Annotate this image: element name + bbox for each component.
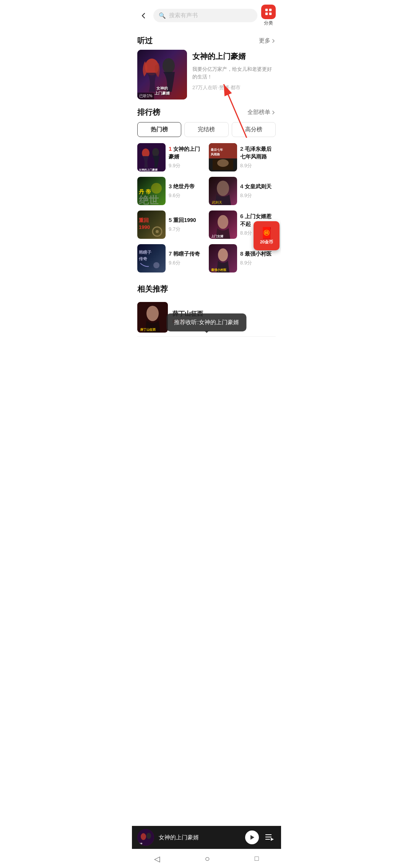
rank-cover-1: 女神的上门豪婿 xyxy=(137,143,166,171)
rankings-section: 排行榜 全部榜单 热门榜 完结榜 高分榜 xyxy=(132,107,281,272)
rank-info-3: 3绝世丹帝 9.6分 xyxy=(169,183,204,199)
svg-rect-8 xyxy=(137,143,166,171)
tab-hot[interactable]: 热门榜 xyxy=(137,122,181,137)
rank-number-3: 3 xyxy=(169,183,172,189)
rank-info-2: 2毛泽东最后七年风雨路 8.9分 xyxy=(240,145,276,169)
svg-point-36 xyxy=(146,306,159,321)
related-header: 相关推荐 xyxy=(137,279,276,298)
rank-item-6[interactable]: 上门女婿 6上门女婿惹不起 8.8分 🧧 20金币 xyxy=(209,210,276,239)
listened-info: 女神的上门豪婿 我要分亿万家产，给女儿和老婆更好的生活！ 27万人在听·赘婿·都… xyxy=(192,50,276,100)
svg-point-32 xyxy=(153,262,159,268)
related-title: 相关推荐 xyxy=(137,284,168,294)
svg-point-27 xyxy=(156,230,159,233)
rank-item-2[interactable]: 最后七年 风雨路 2毛泽东最后七年风雨路 8.9分 xyxy=(209,143,276,171)
rank-grid: 女神的上门豪婿 1女神的上门豪婿 9.9分 最后七年 xyxy=(137,143,276,272)
rank-score-8: 8.9分 xyxy=(240,259,276,266)
rank-score-1: 9.9分 xyxy=(169,162,204,169)
svg-point-17 xyxy=(217,159,229,167)
svg-rect-1 xyxy=(269,9,272,11)
rank-score-7: 9.6分 xyxy=(169,259,204,266)
progress-badge: 已听1% xyxy=(137,93,154,100)
search-placeholder: 搜索有声书 xyxy=(169,12,198,19)
rank-number-6: 6 xyxy=(240,213,243,219)
rank-number-5: 5 xyxy=(169,217,172,223)
tab-complete[interactable]: 完结榜 xyxy=(184,122,228,137)
rankings-title: 排行榜 xyxy=(137,107,160,117)
tooltip-arrow xyxy=(204,331,209,335)
svg-text:绝世: 绝世 xyxy=(138,194,159,205)
rank-cover-7: 韩瞎子 传奇 xyxy=(137,244,166,272)
svg-text:丹: 丹 xyxy=(138,189,145,195)
rank-number-1: 1 xyxy=(169,145,172,152)
tooltip-popup: 推荐收听:女神的上门豪婿 xyxy=(166,313,246,331)
svg-point-22 xyxy=(217,181,229,196)
svg-point-33 xyxy=(218,248,228,261)
rank-score-3: 9.6分 xyxy=(169,192,204,199)
rank-info-8: 8最强小村医 8.9分 xyxy=(240,250,276,266)
rank-info-4: 4女皇武则天 8.9分 xyxy=(240,183,276,199)
book-meta: 27万人在听·赘婿·都市 xyxy=(192,84,276,91)
category-icon xyxy=(261,5,276,19)
category-button[interactable]: 分类 xyxy=(261,5,276,26)
svg-text:最后七年: 最后七年 xyxy=(211,148,223,152)
rank-item-4[interactable]: 武则天 4女皇武则天 8.9分 xyxy=(209,177,276,205)
tab-buttons: 热门榜 完结榜 高分榜 xyxy=(137,122,276,137)
svg-text:最强小村医: 最强小村医 xyxy=(211,268,226,272)
svg-text:武则天: 武则天 xyxy=(212,201,222,204)
top-bar: 🔍 搜索有声书 分类 xyxy=(132,0,281,30)
rank-number-7: 7 xyxy=(169,250,172,257)
listened-section-header: 听过 更多 xyxy=(132,30,281,50)
svg-text:重回: 重回 xyxy=(139,217,149,223)
category-label: 分类 xyxy=(264,20,273,26)
rankings-all-link[interactable]: 全部榜单 xyxy=(247,109,276,116)
rank-score-4: 8.9分 xyxy=(240,192,276,199)
rank-info-7: 7韩瞎子传奇 9.6分 xyxy=(169,250,204,266)
rank-cover-4: 武则天 xyxy=(209,177,237,205)
tab-highscore[interactable]: 高分榜 xyxy=(232,122,276,137)
rank-score-2: 8.9分 xyxy=(240,162,276,169)
listened-more-link[interactable]: 更多 xyxy=(259,37,276,44)
rank-item-3[interactable]: 绝世 丹 帝 3绝世丹帝 9.6分 xyxy=(137,177,204,205)
rank-cover-2: 最后七年 风雨路 xyxy=(209,143,237,171)
search-icon: 🔍 xyxy=(159,12,166,19)
rank-info-5: 5重回1990 9.7分 xyxy=(169,217,204,233)
back-button[interactable] xyxy=(137,10,150,22)
rank-cover-3: 绝世 丹 帝 xyxy=(137,177,166,205)
rank-number-2: 2 xyxy=(240,145,243,152)
listened-card[interactable]: 女神的上门豪婿 已听1% 女神的上门豪婿 我要分亿万家产，给女儿和老婆更好的生活… xyxy=(137,50,276,100)
svg-rect-0 xyxy=(265,9,268,11)
rank-score-5: 9.7分 xyxy=(169,226,204,233)
rank-item-5[interactable]: 重回 1990 5重回1990 9.7分 xyxy=(137,210,204,239)
svg-point-21 xyxy=(151,183,162,194)
tooltip-text: 推荐收听:女神的上门豪婿 xyxy=(174,319,239,325)
svg-text:1990: 1990 xyxy=(139,224,150,230)
rank-cover-8: 最强小村医 xyxy=(209,244,237,272)
related-cover-1: 薛丁山征西 xyxy=(137,302,168,333)
envelope-icon: 🧧 xyxy=(260,227,273,239)
envelope-coins: 20金币 xyxy=(260,239,273,245)
svg-rect-3 xyxy=(269,13,272,15)
red-envelope[interactable]: 🧧 20金币 xyxy=(254,221,280,250)
svg-text:女神的上门豪婿: 女神的上门豪婿 xyxy=(138,168,158,171)
rank-cover-5: 重回 1990 xyxy=(137,210,166,239)
rank-number-8: 8 xyxy=(240,250,243,257)
svg-point-28 xyxy=(218,215,228,229)
svg-text:薛丁山征西: 薛丁山征西 xyxy=(140,328,156,331)
svg-text:上门女婿: 上门女婿 xyxy=(211,234,224,238)
book-name: 女神的上门豪婿 xyxy=(192,51,276,62)
svg-point-5 xyxy=(163,58,175,73)
rankings-header: 排行榜 全部榜单 xyxy=(137,107,276,117)
rank-cover-6: 上门女婿 xyxy=(209,210,237,239)
rank-item-7[interactable]: 韩瞎子 传奇 7韩瞎子传奇 9.6分 xyxy=(137,244,204,272)
search-bar[interactable]: 🔍 搜索有声书 xyxy=(153,9,257,22)
svg-point-10 xyxy=(152,148,159,157)
listened-title: 听过 xyxy=(137,36,153,46)
rank-number-4: 4 xyxy=(240,183,243,189)
book-description: 我要分亿万家产，给女儿和老婆更好的生活！ xyxy=(192,65,276,80)
listened-cover: 女神的上门豪婿 已听1% xyxy=(137,50,187,100)
svg-text:传奇: 传奇 xyxy=(138,256,148,261)
svg-text:风雨路: 风雨路 xyxy=(211,153,220,156)
rank-item-1[interactable]: 女神的上门豪婿 1女神的上门豪婿 9.9分 xyxy=(137,143,204,171)
svg-rect-2 xyxy=(265,13,268,15)
rank-info-1: 1女神的上门豪婿 9.9分 xyxy=(169,145,204,169)
